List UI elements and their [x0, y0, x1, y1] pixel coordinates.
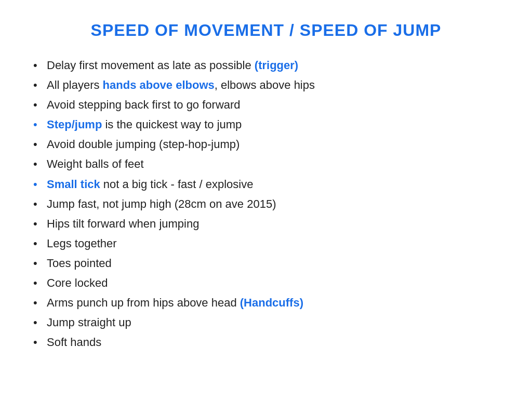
- highlight-text: (Handcuffs): [240, 296, 303, 309]
- list-item: Delay first movement as late as possible…: [31, 56, 501, 75]
- list-item: Toes pointed: [31, 254, 501, 273]
- list-item: Soft hands: [31, 332, 501, 352]
- highlight-text: (trigger): [255, 59, 298, 72]
- list-item: Core locked: [31, 273, 501, 293]
- highlight-text: Step/jump: [47, 118, 102, 131]
- highlight-text: hands above elbows: [103, 78, 215, 91]
- list-item: Hips tilt forward when jumping: [31, 214, 501, 234]
- list-item: Step/jump is the quickest way to jump: [31, 115, 501, 135]
- list-item: Jump fast, not jump high (28cm on ave 20…: [31, 194, 501, 214]
- list-item: Small tick not a big tick - fast / explo…: [31, 175, 501, 194]
- bullet-list: Delay first movement as late as possible…: [31, 56, 501, 352]
- list-item: Arms punch up from hips above head (Hand…: [31, 293, 501, 313]
- list-item: Jump straight up: [31, 313, 501, 332]
- list-item: Avoid stepping back first to go forward: [31, 95, 501, 115]
- list-item: Avoid double jumping (step-hop-jump): [31, 135, 501, 154]
- list-item: Weight balls of feet: [31, 154, 501, 174]
- list-item: All players hands above elbows, elbows a…: [31, 75, 501, 95]
- page-title: SPEED OF MOVEMENT / SPEED OF JUMP: [91, 21, 442, 40]
- highlight-text: Small tick: [47, 178, 100, 191]
- list-item: Legs together: [31, 234, 501, 254]
